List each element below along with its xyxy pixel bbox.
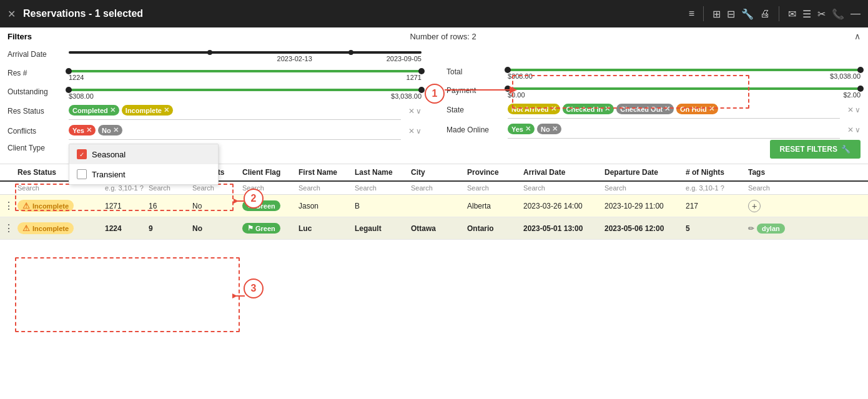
chip-completed-remove[interactable]: ✕ xyxy=(110,106,116,114)
print-icon[interactable]: 🖨 xyxy=(760,8,770,19)
row2-menu[interactable]: ⋮ xyxy=(2,223,15,234)
chip-online-yes[interactable]: Yes ✕ xyxy=(508,124,535,134)
payment-slider[interactable]: $0.00 $2.00 xyxy=(508,82,861,99)
add-icon[interactable]: ⊞ xyxy=(713,8,721,20)
mail-icon[interactable]: ✉ xyxy=(788,8,796,20)
col-header-departure[interactable]: Departure Date xyxy=(602,167,683,178)
conflicts-clear[interactable]: ✕ xyxy=(408,127,415,135)
col-header-city[interactable]: City xyxy=(408,167,465,178)
total-min: $308.00 xyxy=(508,72,533,80)
chip-checked-in[interactable]: Checked In ✕ xyxy=(563,104,614,114)
chip-no-remove[interactable]: ✕ xyxy=(113,126,119,134)
chip-yes-remove[interactable]: ✕ xyxy=(86,126,92,134)
close-button[interactable]: ✕ xyxy=(7,8,16,20)
conflicts-filter: Conflicts Yes ✕ No ✕ ✕ ∨ xyxy=(7,121,422,141)
outstanding-thumb-left[interactable] xyxy=(66,87,72,93)
total-slider[interactable]: $308.00 $3,038.00 xyxy=(508,64,861,80)
row1-first: Jason xyxy=(296,200,352,212)
state-expand[interactable]: ∨ xyxy=(855,106,861,114)
row1-departure: 2023-10-29 11:00 xyxy=(602,200,683,212)
row2-edit-icon[interactable]: ✏ xyxy=(748,224,754,233)
total-thumb-left[interactable] xyxy=(505,67,511,73)
search-last[interactable]: Search xyxy=(352,183,408,193)
chip-yes[interactable]: Yes ✕ xyxy=(69,125,96,135)
divider1 xyxy=(703,6,704,21)
chip-online-no[interactable]: No ✕ xyxy=(537,124,561,134)
grid-icon[interactable]: ⊟ xyxy=(727,8,735,20)
arrival-thumb-left[interactable] xyxy=(207,50,212,55)
reset-filters-label: RESET FILTERS xyxy=(780,145,837,154)
col-header-flag[interactable]: Client Flag xyxy=(240,167,296,178)
chip-not-arrived[interactable]: Not Arrived ✕ xyxy=(508,104,560,114)
search-first[interactable]: Search xyxy=(296,183,352,193)
payment-thumb-right[interactable] xyxy=(857,86,864,92)
res-thumb-left[interactable] xyxy=(66,68,72,74)
table-row-2[interactable]: ⋮ ⚠ Incomplete 1224 9 No ⚑ Green Luc Leg… xyxy=(0,217,868,240)
res-num-slider[interactable]: 1224 1271 xyxy=(69,65,422,81)
search-arrival[interactable]: Search xyxy=(521,183,602,193)
dash-icon[interactable]: — xyxy=(851,8,861,19)
res-thumb-right[interactable] xyxy=(418,68,425,74)
chip-online-yes-remove[interactable]: ✕ xyxy=(525,125,531,133)
arrival-thumb-right[interactable] xyxy=(348,50,353,55)
search-nights[interactable]: e.g. 3,10-1 ? xyxy=(683,183,746,193)
col-header-first[interactable]: First Name xyxy=(296,167,352,178)
transient-checkbox[interactable] xyxy=(77,169,87,179)
res-num-filter: Res # 1224 1271 xyxy=(7,64,422,82)
res-max: 1271 xyxy=(407,74,422,81)
chip-checked-out-remove[interactable]: ✕ xyxy=(664,105,670,113)
chip-on-hold-remove[interactable]: ✕ xyxy=(709,105,714,113)
payment-thumb-left[interactable] xyxy=(505,86,511,92)
dropdown-item-seasonal[interactable]: ✓ Seasonal xyxy=(69,144,218,164)
client-type-dropdown[interactable]: ✓ Seasonal Transient xyxy=(69,144,219,185)
chip-incomplete[interactable]: Incomplete ✕ xyxy=(122,105,173,116)
search-city[interactable]: Search xyxy=(408,183,465,193)
chip-online-no-remove[interactable]: ✕ xyxy=(552,125,558,133)
list-icon[interactable]: ☰ xyxy=(802,8,811,20)
chip-not-arrived-remove[interactable]: ✕ xyxy=(551,105,556,113)
col-header-tags[interactable]: Tags xyxy=(746,167,796,178)
col-header-province[interactable]: Province xyxy=(465,167,521,178)
phone-icon[interactable]: 📞 xyxy=(832,8,844,20)
chip-incomplete-remove[interactable]: ✕ xyxy=(164,106,169,114)
chip-checked-in-remove[interactable]: ✕ xyxy=(604,105,610,113)
scissors-icon[interactable]: ✂ xyxy=(817,8,826,20)
made-online-expand[interactable]: ∨ xyxy=(855,126,861,134)
arrival-date-slider[interactable]: 2023-02-13 2023-09-05 xyxy=(69,46,422,62)
row2-res-status: ⚠ Incomplete xyxy=(15,221,102,235)
col-header-last[interactable]: Last Name xyxy=(352,167,408,178)
chip-no[interactable]: No ✕ xyxy=(98,125,122,135)
table-row-1[interactable]: ⋮ ⚠ Incomplete 1271 16 No ⚑ Green Jason … xyxy=(0,195,868,217)
chip-checked-out[interactable]: Checked Out ✕ xyxy=(616,104,674,114)
search-tags[interactable]: Search xyxy=(746,183,796,193)
res-status-clear[interactable]: ✕ xyxy=(408,107,415,116)
col-header-arrival[interactable]: Arrival Date xyxy=(521,167,602,178)
filter-icon[interactable]: ≡ xyxy=(689,8,694,19)
row1-add-tag[interactable]: + xyxy=(748,200,761,212)
row1-menu[interactable]: ⋮ xyxy=(2,200,15,211)
collapse-button[interactable]: ∧ xyxy=(854,31,861,41)
made-online-clear[interactable]: ✕ xyxy=(847,126,854,134)
search-flag[interactable]: Search xyxy=(240,183,296,193)
reset-filters-button[interactable]: RESET FILTERS 🔧 xyxy=(770,140,861,159)
chip-checked-in-label: Checked In xyxy=(566,106,603,113)
dropdown-item-transient[interactable]: Transient xyxy=(69,164,218,184)
outstanding-slider[interactable]: $308.00 $3,038.00 xyxy=(69,84,422,100)
outstanding-thumb-right[interactable] xyxy=(418,87,425,93)
payment-filter: Payment $0.00 $2.00 xyxy=(446,81,861,100)
search-province[interactable]: Search xyxy=(465,183,521,193)
wrench-icon[interactable]: 🔧 xyxy=(741,8,754,20)
row2-dot[interactable]: ⋮ xyxy=(0,221,15,235)
chip-online-no-label: No xyxy=(541,126,550,133)
res-status-expand[interactable]: ∨ xyxy=(416,107,422,116)
seasonal-checkbox[interactable]: ✓ xyxy=(77,149,87,159)
col-header-nights[interactable]: # of Nights xyxy=(683,167,746,178)
row2-conflicts: No xyxy=(190,223,240,234)
total-thumb-right[interactable] xyxy=(857,67,864,73)
chip-completed[interactable]: Completed ✕ xyxy=(69,105,119,116)
conflicts-expand[interactable]: ∨ xyxy=(416,127,422,135)
row1-dot[interactable]: ⋮ xyxy=(0,199,15,213)
search-departure[interactable]: Search xyxy=(602,183,683,193)
chip-on-hold[interactable]: On Hold ✕ xyxy=(676,104,718,114)
state-clear[interactable]: ✕ xyxy=(847,106,854,114)
